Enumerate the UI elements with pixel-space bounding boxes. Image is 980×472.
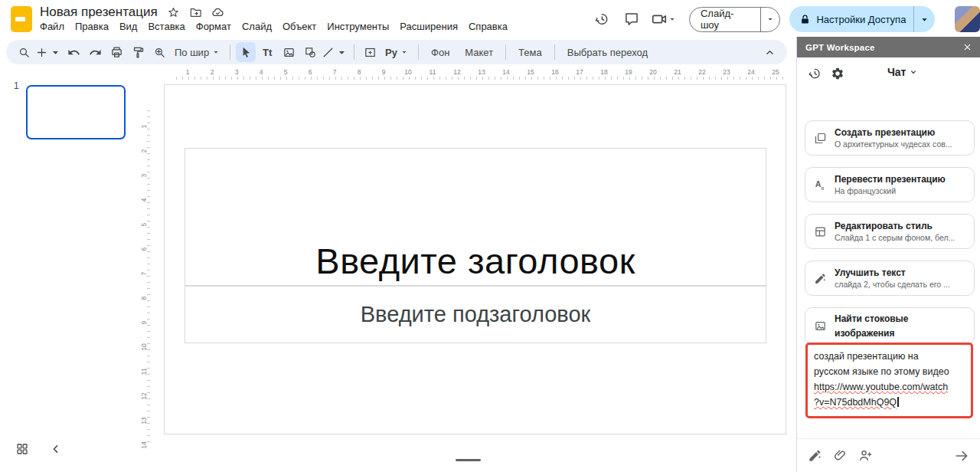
zoom-value: По шир — [175, 47, 209, 58]
collapse-filmstrip-button[interactable] — [49, 442, 63, 456]
card-subtitle: На французский — [835, 186, 946, 195]
menu-item[interactable]: Инструменты — [322, 19, 394, 34]
suggestion-card-images[interactable]: Найти стоковые изображения — [805, 307, 975, 345]
slides-logo[interactable] — [11, 6, 32, 32]
insert-image-button[interactable] — [279, 42, 299, 62]
suggestion-card-create[interactable]: Создать презентацию О архитектурных чуде… — [805, 120, 975, 156]
menu-item[interactable]: Формат — [191, 19, 237, 34]
version-history-button[interactable] — [593, 9, 612, 29]
print-button[interactable] — [106, 42, 126, 62]
speaker-notes-handle[interactable] — [456, 459, 481, 461]
attach-button[interactable] — [833, 448, 848, 463]
zoom-select[interactable]: По шир — [171, 47, 224, 58]
title-placeholder-box[interactable]: Введите заголовок — [185, 148, 766, 286]
slide-thumbnail[interactable] — [26, 85, 126, 139]
new-slide-button[interactable] — [35, 42, 62, 62]
filmstrip-footer — [15, 442, 63, 456]
move-folder-icon[interactable] — [189, 6, 202, 19]
card-subtitle: О архитектурных чудесах сов... — [835, 139, 952, 149]
caret-down-icon — [668, 15, 677, 24]
menu-item[interactable]: Файл — [34, 19, 70, 34]
card-title: Улучшить текст — [835, 267, 950, 278]
mode-dropdown[interactable]: Чат — [887, 66, 919, 78]
share-dropdown[interactable] — [913, 6, 935, 32]
share-button[interactable]: Настройки Доступа — [811, 14, 913, 25]
saved-to-drive-icon[interactable] — [211, 6, 224, 19]
document-title[interactable]: Новая презентация — [40, 5, 158, 20]
suggestion-card-improve[interactable]: Улучшить текст слайда 2, чтобы сделать е… — [805, 261, 975, 296]
lock-icon — [799, 14, 811, 25]
add-person-button[interactable] — [858, 448, 873, 463]
grid-view-icon — [15, 442, 29, 456]
card-subtitle: слайда 2, чтобы сделать его ... — [835, 280, 950, 289]
insert-shape-button[interactable] — [300, 42, 320, 62]
background-button[interactable]: Фон — [424, 47, 456, 58]
menu-bar: ФайлПравкаВидВставкаФорматСлайдОбъектИнс… — [34, 19, 513, 34]
menu-item[interactable]: Вставка — [142, 19, 190, 34]
card-title: Перевести презентацию — [835, 174, 946, 185]
slideshow-split-button: Слайд-шоу — [689, 7, 781, 32]
subtitle-placeholder-box[interactable]: Введите подзаголовок — [185, 286, 766, 343]
collapse-toolbar-button[interactable] — [760, 42, 779, 62]
menu-item[interactable]: Правка — [70, 19, 114, 34]
gpt-panel-title: GPT Workspace — [805, 43, 875, 52]
gpt-settings-button[interactable] — [831, 67, 844, 80]
menu-item[interactable]: Объект — [277, 19, 322, 34]
suggestion-card-translate[interactable]: Перевести презентацию На французский — [805, 167, 975, 202]
rewrite-button[interactable] — [808, 448, 822, 463]
toolbar-divider — [505, 44, 506, 60]
person-add-icon — [858, 448, 873, 463]
copy-icon — [814, 132, 827, 145]
close-panel-button[interactable] — [963, 43, 972, 51]
menu-item[interactable]: Справка — [463, 19, 513, 34]
transition-button[interactable]: Выбрать переход — [560, 47, 655, 58]
theme-button[interactable]: Тема — [511, 47, 549, 58]
toolbar-divider — [554, 44, 555, 60]
paint-format-button[interactable] — [128, 42, 148, 62]
menu-item[interactable]: Расширения — [394, 19, 463, 34]
layout-icon — [814, 225, 827, 238]
slideshow-dropdown[interactable] — [760, 8, 780, 31]
menu-item[interactable]: Слайд — [237, 19, 277, 34]
chat-input-line: создай презентацию на — [814, 349, 965, 364]
placeholder-icon — [364, 46, 377, 59]
card-title: Редактировать стиль — [835, 221, 955, 231]
layout-button[interactable]: Макет — [458, 47, 500, 58]
placeholder-type-select[interactable]: Pу — [381, 47, 413, 58]
user-avatar[interactable] — [955, 6, 980, 32]
videocam-icon — [651, 11, 668, 28]
gpt-history-button[interactable] — [808, 67, 822, 80]
comments-button[interactable] — [622, 9, 642, 29]
chat-input[interactable]: создай презентацию на русском языке по э… — [805, 343, 973, 418]
slideshow-button[interactable]: Слайд-шоу — [690, 8, 760, 31]
menu-item[interactable]: Вид — [114, 19, 143, 34]
zoom-button[interactable] — [149, 42, 169, 62]
paperclip-icon — [833, 448, 848, 463]
chat-input-url: https://www.youtube.com/watch — [814, 382, 948, 392]
text-cursor — [897, 397, 899, 407]
toolbar-divider — [418, 44, 419, 60]
slide-page[interactable]: Введите заголовок Введите подзаголовок — [164, 84, 786, 434]
caret-down-icon — [211, 48, 220, 57]
chat-input-line: русском языке по этому видео — [814, 364, 965, 379]
redo-button[interactable] — [85, 42, 105, 62]
undo-button[interactable] — [64, 42, 83, 62]
vertical-ruler: 1234567891011121314 — [138, 84, 150, 470]
text-box-button[interactable]: Tt — [257, 42, 277, 62]
image-icon — [283, 46, 296, 59]
search-menus-button[interactable] — [14, 42, 34, 62]
grid-view-button[interactable] — [15, 442, 29, 456]
star-icon[interactable] — [167, 6, 180, 19]
caret-down-icon — [335, 46, 348, 59]
history-icon — [808, 67, 822, 80]
suggestion-card-style[interactable]: Редактировать стиль Слайда 1 с серым фон… — [805, 214, 975, 249]
insert-placeholder-button[interactable] — [360, 42, 380, 62]
caret-down-icon — [400, 48, 409, 57]
translate-icon — [814, 179, 827, 192]
chat-actions-bar — [797, 438, 980, 472]
google-slides-app: Новая презентация ФайлПравкаВидВставкаФо… — [0, 0, 980, 472]
insert-line-button[interactable] — [322, 42, 348, 62]
send-button[interactable] — [954, 448, 969, 464]
select-tool-button[interactable] — [236, 42, 256, 62]
meet-button[interactable] — [651, 11, 677, 28]
